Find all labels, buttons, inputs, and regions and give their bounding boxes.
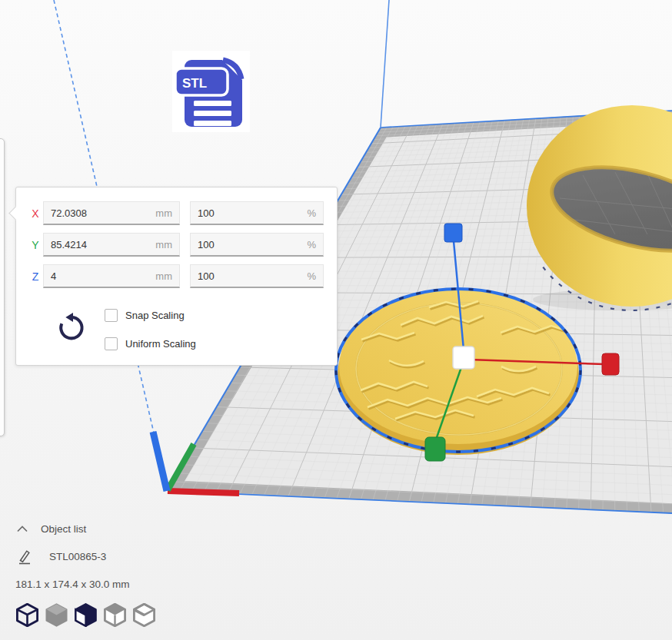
chevron-up-icon [17,526,28,532]
view-front-button[interactable] [45,603,68,628]
axis-z-label: Z [28,264,42,290]
scale-x-mm-input[interactable]: 72.0308 mm [43,201,180,225]
uniform-scaling-option[interactable]: Uniform Scaling [105,336,196,351]
object-list-title: Object list [41,523,86,535]
scale-row-x: X 72.0308 mm 100 % [16,201,337,227]
axis-y-label: Y [28,233,42,258]
stl-icon-label: STL [182,76,207,91]
scale-handle-y-green[interactable] [425,437,445,461]
scale-y-percent-input[interactable]: 100 % [190,233,324,257]
snap-scaling-option[interactable]: Snap Scaling [105,307,185,323]
axis-x-label: X [28,201,42,227]
scale-handle-center-white[interactable] [453,347,474,369]
scale-tool-panel: X 72.0308 mm 100 % Y 85.4214 mm 100 % Z … [15,187,338,366]
scale-row-y: Y 85.4214 mm 100 % [16,233,337,258]
pencil-icon [18,549,31,565]
scale-options: Snap Scaling Uniform Scaling [16,301,337,363]
object-name: STL00865-3 [49,551,106,562]
object-list-header[interactable]: Object list [17,523,86,535]
cube-top-face-icon [133,603,155,627]
view-3d-button[interactable] [15,603,38,628]
scale-y-mm-input[interactable]: 85.4214 mm [43,233,180,257]
left-toolbar-edge [0,138,5,436]
view-right-side-button[interactable] [132,603,155,628]
model-disc-selected[interactable] [336,289,581,455]
camera-view-toolbar [15,603,155,628]
view-top-button[interactable] [74,603,97,628]
stl-file-icon: STL [172,51,250,132]
scale-handle-x-red[interactable] [602,353,619,375]
scale-x-percent-input[interactable]: 100 % [190,201,324,225]
axis-z-line [153,432,167,491]
snap-scaling-label: Snap Scaling [125,310,185,321]
cube-front-face-icon [75,603,97,627]
view-left-side-button[interactable] [103,603,126,628]
uniform-scaling-label: Uniform Scaling [125,338,196,350]
scale-handle-z-blue[interactable] [444,224,462,242]
cube-3d-icon [16,603,38,627]
scale-row-z: Z 4 mm 100 % [16,264,337,290]
uniform-scaling-checkbox[interactable] [105,337,118,350]
scale-z-mm-input[interactable]: 4 mm [43,264,180,288]
selected-object-dimensions: 181.1 x 174.4 x 30.0 mm [15,579,130,590]
snap-scaling-checkbox[interactable] [105,309,118,322]
scale-z-percent-input[interactable]: 100 % [190,264,324,288]
reset-scale-button[interactable] [56,310,87,344]
object-list-item[interactable]: STL00865-3 [18,549,106,565]
cube-left-face-icon [104,603,126,627]
rotate-counterclockwise-icon [56,310,87,344]
axis-x-line [168,491,239,493]
cube-solid-icon [45,603,68,627]
